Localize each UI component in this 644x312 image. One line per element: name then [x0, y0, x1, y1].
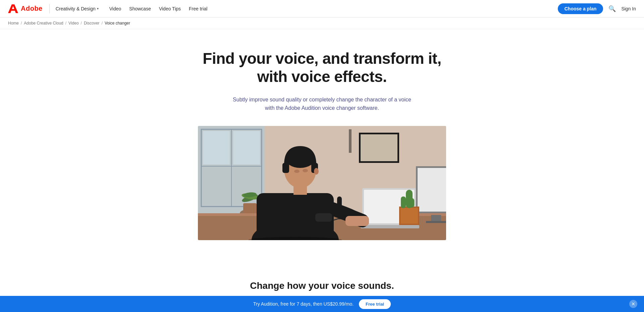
breadcrumb-video[interactable]: Video	[68, 21, 78, 26]
bottom-banner: Try Audition, free for 7 days, then US$2…	[0, 296, 644, 305]
creativity-design-menu[interactable]: Creativity & Design ▾	[54, 5, 101, 13]
free-trial-button[interactable]: Free trial	[359, 299, 391, 305]
svg-rect-23	[418, 168, 446, 212]
svg-point-45	[303, 169, 308, 172]
svg-rect-42	[282, 163, 289, 173]
svg-rect-48	[315, 213, 332, 222]
breadcrumb-sep-4: /	[102, 21, 103, 26]
svg-rect-39	[345, 216, 369, 226]
banner-text: Try Audition, free for 7 days, then US$2…	[253, 301, 354, 305]
svg-rect-6	[203, 131, 230, 165]
breadcrumb-acc[interactable]: Adobe Creative Cloud	[24, 21, 63, 26]
nav-link-free-trial[interactable]: Free trial	[185, 4, 211, 13]
svg-rect-7	[233, 131, 260, 165]
svg-rect-24	[431, 215, 441, 222]
breadcrumb-sep-1: /	[21, 21, 22, 26]
nav-divider	[49, 4, 50, 13]
svg-rect-21	[361, 225, 419, 228]
nav-right: Choose a plan 🔍 Sign In	[558, 3, 636, 14]
nav-link-video[interactable]: Video	[106, 4, 125, 13]
adobe-logo[interactable]: Adobe	[8, 4, 43, 13]
adobe-wordmark: Adobe	[21, 5, 43, 12]
nav-links: Video Showcase Video Tips Free trial	[106, 4, 558, 13]
hero-subtitle: Subtly improve sound quality or complete…	[228, 95, 416, 113]
breadcrumb-current: Voice changer	[105, 21, 130, 26]
svg-rect-17	[361, 134, 397, 161]
chevron-down-icon: ▾	[97, 7, 99, 10]
signin-link[interactable]: Sign In	[621, 6, 636, 11]
breadcrumb-home[interactable]: Home	[8, 21, 19, 26]
svg-rect-33	[401, 196, 406, 208]
svg-rect-25	[426, 221, 446, 223]
choose-plan-button[interactable]: Choose a plan	[558, 3, 603, 14]
section-change-title: Change how your voice sounds.	[8, 280, 636, 291]
hero-title: Find your voice, and transform it,with v…	[169, 49, 475, 86]
hero-subtitle-text2: with the Adobe Audition voice changer so…	[265, 105, 379, 111]
hero-subtitle-link[interactable]: with the Adobe Audition voice changer so…	[265, 105, 379, 111]
hero-image-svg	[198, 126, 446, 240]
breadcrumb: Home / Adobe Creative Cloud / Video / Di…	[0, 17, 644, 29]
svg-rect-18	[349, 129, 352, 153]
svg-point-46	[314, 168, 319, 175]
svg-point-44	[294, 170, 300, 173]
main-nav: Adobe Creativity & Design ▾ Video Showca…	[0, 0, 644, 17]
nav-link-video-tips[interactable]: Video Tips	[156, 4, 184, 13]
hero-image	[198, 126, 446, 240]
svg-rect-34	[409, 198, 414, 208]
svg-rect-31	[400, 208, 418, 224]
breadcrumb-sep-2: /	[65, 21, 66, 26]
svg-rect-9	[243, 203, 257, 215]
breadcrumb-sep-3: /	[81, 21, 82, 26]
svg-rect-47	[293, 183, 307, 195]
creativity-design-label: Creativity & Design	[56, 6, 96, 11]
close-banner-button[interactable]: ×	[629, 300, 637, 305]
hero-subtitle-text1: Subtly improve sound quality or complete…	[233, 97, 411, 102]
search-icon[interactable]: 🔍	[608, 5, 616, 12]
breadcrumb-discover[interactable]: Discover	[84, 21, 100, 26]
adobe-logo-icon	[8, 4, 18, 13]
nav-link-showcase[interactable]: Showcase	[126, 4, 154, 13]
main-content: Find your voice, and transform it,with v…	[161, 29, 483, 274]
